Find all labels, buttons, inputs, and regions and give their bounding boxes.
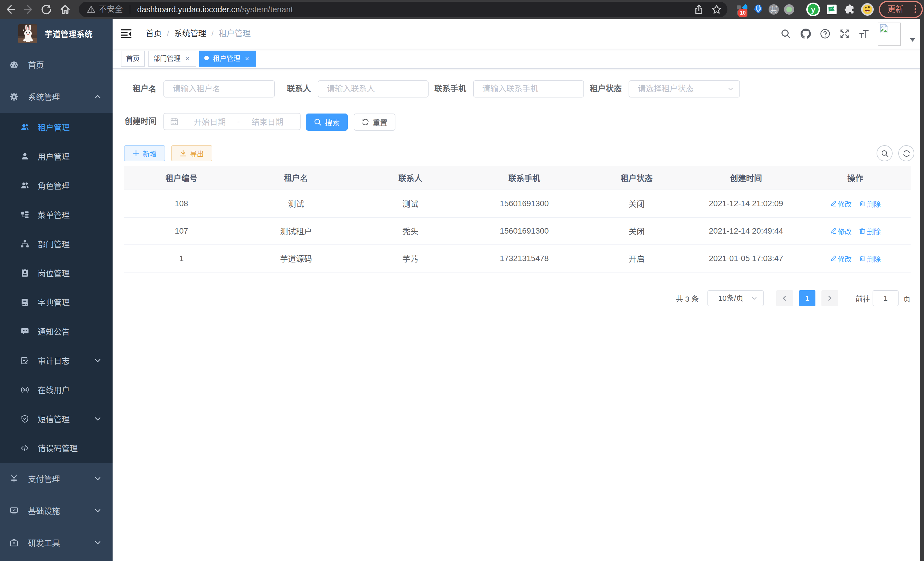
search-button[interactable]: 搜索 — [306, 114, 348, 131]
sidebar-item-label: 岗位管理 — [38, 267, 70, 279]
edit-link[interactable]: 修改 — [830, 199, 852, 209]
goto-page-input[interactable] — [873, 291, 898, 306]
address-bar[interactable]: 不安全 dashboard.yudao.iocoder.cn/system/te… — [79, 2, 728, 17]
sidebar-item-role[interactable]: 角色管理 — [0, 171, 112, 200]
org-tree-icon — [21, 240, 29, 248]
sidebar-item-dict[interactable]: 字典管理 — [0, 288, 112, 317]
url-path: /system/tenant — [240, 5, 293, 14]
sidebar-item-sms[interactable]: 短信管理 — [0, 404, 112, 433]
add-button-label: 新增 — [143, 148, 157, 158]
tag-close-icon[interactable]: × — [243, 51, 251, 66]
date-end-placeholder[interactable]: 结束日期 — [243, 116, 292, 127]
security-warning-icon[interactable] — [87, 5, 95, 14]
sidebar-item-post[interactable]: 岗位管理 — [0, 259, 112, 288]
extension-record-icon[interactable] — [783, 4, 795, 15]
sidebar-item-home[interactable]: 首页 — [0, 49, 112, 81]
sidebar-item-errcode[interactable]: 错误码管理 — [0, 433, 112, 463]
sidebar-logo[interactable]: 芋道管理系统 — [0, 19, 112, 49]
browser-forward-icon[interactable] — [23, 4, 34, 15]
breadcrumb-separator: / — [167, 29, 169, 38]
sidebar-item-menu[interactable]: 菜单管理 — [0, 200, 112, 229]
github-icon[interactable] — [801, 29, 811, 39]
sidebar-item-system[interactable]: 系统管理 — [0, 81, 112, 113]
delete-link[interactable]: 删除 — [859, 199, 881, 209]
refresh-table-button[interactable] — [898, 145, 914, 161]
date-separator: - — [234, 117, 243, 126]
url-text[interactable]: dashboard.yudao.iocoder.cn/system/tenant — [137, 2, 293, 17]
sidebar-item-pay[interactable]: 支付管理 — [0, 463, 112, 495]
extension-y-icon[interactable]: y — [806, 3, 820, 16]
tag-close-icon[interactable]: × — [183, 51, 191, 66]
cell-status: 关闭 — [581, 218, 692, 244]
current-page-button[interactable]: 1 — [799, 290, 815, 306]
monitor-icon — [10, 506, 18, 515]
breadcrumb-home[interactable]: 首页 — [146, 29, 162, 38]
chevron-up-icon — [94, 93, 101, 100]
plus-icon — [133, 150, 140, 157]
sidebar-item-infra[interactable]: 基础设施 — [0, 495, 112, 527]
sidebar-item-tenant[interactable]: 租户管理 — [0, 113, 112, 142]
extension-emoji-icon[interactable] — [861, 3, 874, 16]
delete-link[interactable]: 删除 — [859, 254, 881, 264]
browser-home-icon[interactable] — [59, 4, 71, 15]
sidebar-item-notice[interactable]: 通知公告 — [0, 317, 112, 346]
page-size-select[interactable]: 10条/页 — [707, 290, 764, 306]
sidebar-item-audit[interactable]: 审计日志 — [0, 346, 112, 375]
sidebar-item-user[interactable]: 用户管理 — [0, 142, 112, 171]
page-size-value: 10条/页 — [718, 291, 743, 306]
user-avatar[interactable] — [878, 23, 901, 46]
browser-reload-icon[interactable] — [40, 4, 52, 15]
status-select[interactable]: 请选择租户状态 — [628, 80, 740, 98]
sidebar-item-dept[interactable]: 部门管理 — [0, 229, 112, 259]
col-header-status: 租户状态 — [581, 166, 692, 190]
update-label: 更新 — [887, 2, 903, 17]
edit-link[interactable]: 修改 — [830, 254, 852, 264]
page-content: 租户名 联系人 联系手机 租户状态 请选择租户状态 — [112, 69, 924, 561]
tag-tenant[interactable]: 租户管理× — [199, 51, 256, 67]
date-start-placeholder[interactable]: 开始日期 — [185, 116, 234, 127]
status-select-placeholder: 请选择租户状态 — [638, 81, 694, 97]
share-icon[interactable] — [693, 4, 705, 15]
add-button[interactable]: 新增 — [124, 145, 165, 161]
reset-button-label: 重置 — [373, 117, 387, 128]
tenant-name-input[interactable] — [164, 81, 274, 97]
tag-dept[interactable]: 部门管理× — [148, 51, 196, 67]
trash-icon — [859, 255, 866, 262]
extension-chat-icon[interactable] — [827, 5, 837, 14]
browser-back-icon[interactable] — [4, 4, 16, 15]
sidebar-item-label: 首页 — [28, 59, 44, 70]
sidebar-toggle-icon[interactable] — [121, 29, 131, 39]
browser-update-button[interactable]: 更新 — [879, 1, 923, 18]
show-search-toggle-button[interactable] — [877, 145, 892, 161]
tag-home[interactable]: 首页 — [121, 51, 145, 67]
trash-icon — [859, 228, 866, 234]
phone-input[interactable] — [474, 81, 584, 97]
header-search-icon[interactable] — [781, 29, 791, 39]
extensions-puzzle-icon[interactable] — [844, 4, 855, 15]
date-range-picker[interactable]: 开始日期 - 结束日期 — [164, 113, 301, 130]
sidebar-item-online[interactable]: 在线用户 — [0, 375, 112, 404]
next-page-button[interactable] — [821, 290, 838, 306]
export-button[interactable]: 导出 — [171, 145, 212, 161]
col-header-contact: 联系人 — [353, 166, 467, 190]
security-label[interactable]: 不安全 — [99, 2, 123, 17]
reset-button[interactable]: 重置 — [354, 114, 395, 131]
sidebar-item-devtools[interactable]: 研发工具 — [0, 527, 112, 559]
logo-avatar — [18, 24, 37, 43]
delete-link[interactable]: 删除 — [859, 226, 881, 236]
cell-actions: 修改 删除 — [800, 190, 910, 217]
edit-link-label: 修改 — [838, 199, 852, 209]
extension-parachute-icon[interactable] — [753, 4, 764, 15]
tenant-table: 租户编号 租户名 联系人 联系手机 租户状态 创建时间 操作 108 测试 测试… — [124, 166, 910, 272]
extension-command-icon[interactable]: ⌘ — [768, 4, 779, 15]
font-size-icon[interactable] — [859, 29, 869, 39]
prev-page-button[interactable] — [776, 290, 793, 306]
breadcrumb-system[interactable]: 系统管理 — [174, 29, 206, 38]
fullscreen-icon[interactable] — [839, 29, 850, 39]
contact-input[interactable] — [318, 81, 428, 97]
edit-link[interactable]: 修改 — [830, 226, 852, 236]
browser-menu-kebab-icon[interactable] — [914, 5, 916, 14]
bookmark-star-icon[interactable] — [711, 4, 722, 15]
caret-down-icon[interactable] — [910, 38, 915, 42]
help-icon[interactable] — [820, 29, 830, 39]
